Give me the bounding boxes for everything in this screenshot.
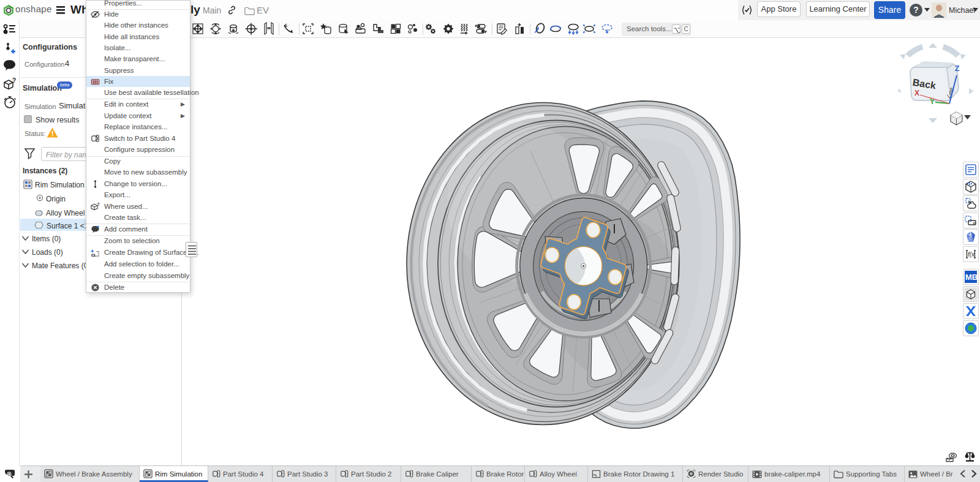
svg-text:?: ? <box>12 78 16 84</box>
svg-text:?: ? <box>97 202 100 207</box>
